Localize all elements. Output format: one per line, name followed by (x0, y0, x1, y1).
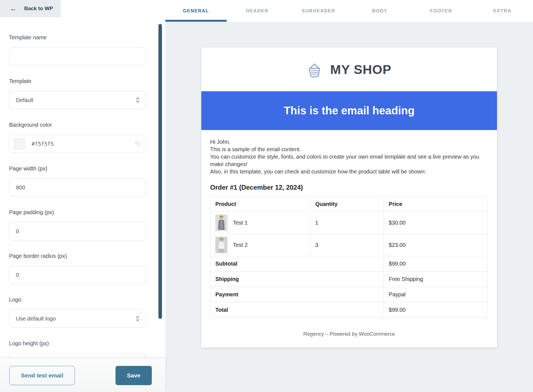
logo-height-label: Logo height (px) (9, 340, 155, 347)
template-select-value: Default (16, 97, 33, 103)
body-line: Also, in this template, you can check an… (210, 168, 488, 175)
summary-label: Payment (210, 287, 384, 302)
shop-name: MY SHOP (330, 62, 392, 77)
field-template-name: Template name (9, 34, 155, 65)
chevron-updown-icon (136, 97, 140, 103)
page-border-radius-input[interactable] (16, 272, 139, 278)
summary-row: Subtotal $99.00 (210, 256, 488, 272)
tab-general[interactable]: GENERAL (165, 0, 227, 22)
settings-form: Template name Template Default Backgroun… (0, 17, 155, 371)
field-template: Template Default (9, 78, 155, 109)
back-to-wp-button[interactable]: ← Back to WP (0, 0, 61, 17)
template-label: Template (9, 78, 155, 84)
table-header-row: Product Quantity Price (210, 197, 488, 212)
summary-label: Total (210, 302, 384, 318)
product-image-test-1 (215, 214, 227, 231)
summary-value: Paypal (384, 287, 488, 302)
sidebar-scrollbar[interactable] (158, 24, 162, 319)
app-window: ← Back to WP Template name Template Defa… (0, 0, 533, 392)
background-color-value: #f5f5f5 (32, 141, 54, 147)
chevron-updown-icon (136, 315, 140, 322)
field-page-padding: Page padding (px) (9, 209, 155, 240)
sidebar-footer: Send test email Save (0, 359, 165, 392)
product-price: $23.00 (384, 234, 488, 256)
order-table: Product Quantity Price (210, 196, 488, 318)
product-image-test-2 (215, 237, 227, 253)
field-background-color: Background color #f5f5f5 (9, 122, 155, 153)
product-price: $30.00 (384, 212, 488, 234)
page-padding-label: Page padding (px) (9, 209, 155, 216)
col-header-product: Product (210, 197, 310, 212)
logo-select-value: Use default logo (16, 316, 56, 322)
field-page-width: Page width (px) (9, 165, 155, 197)
back-to-wp-label: Back to WP (24, 5, 53, 12)
summary-label: Shipping (210, 272, 384, 287)
page-width-label: Page width (px) (9, 165, 155, 172)
page-width-input[interactable] (16, 184, 139, 191)
field-logo: Logo Use default logo (9, 297, 155, 328)
product-name: Test 1 (233, 220, 248, 226)
template-name-label: Template name (9, 34, 155, 41)
email-preview-area: MY SHOP This is the email heading Hi Joh… (165, 22, 533, 392)
page-padding-input[interactable] (16, 228, 139, 234)
email-footer-text: Regency – Powered by WooCommerce (201, 331, 497, 337)
order-table-wrap: Product Quantity Price (201, 191, 497, 318)
tab-extra[interactable]: EXTRA (472, 0, 533, 22)
summary-label: Subtotal (210, 256, 384, 272)
background-color-label: Background color (9, 122, 155, 128)
body-line: Hi John, (210, 138, 488, 146)
page-border-radius-label: Page border radius (px) (9, 253, 155, 259)
color-swatch[interactable] (14, 138, 25, 150)
background-color-field[interactable]: #f5f5f5 (9, 135, 146, 153)
settings-sidebar: ← Back to WP Template name Template Defa… (0, 0, 165, 392)
section-tabs: GENERAL HEADER SUBHEADER BODY FOOTER EXT… (165, 0, 533, 22)
order-heading: Order #1 (December 12, 2024) (201, 175, 497, 191)
col-header-price: Price (384, 197, 488, 212)
email-preview-card: MY SHOP This is the email heading Hi Joh… (201, 48, 497, 347)
summary-value: $99.00 (384, 302, 488, 318)
back-arrow-icon: ← (10, 5, 17, 12)
table-row: Test 1 1 $30.00 (210, 212, 488, 234)
email-logo-row: MY SHOP (201, 48, 497, 91)
summary-row: Payment Paypal (210, 287, 488, 302)
summary-row: Shipping Free Shipping (210, 272, 488, 287)
main-area: GENERAL HEADER SUBHEADER BODY FOOTER EXT… (165, 0, 533, 392)
template-select[interactable]: Default (9, 91, 146, 109)
summary-row: Total $99.00 (210, 302, 488, 318)
email-heading-text: This is the email heading (284, 104, 415, 117)
shop-basket-icon (307, 62, 322, 78)
tab-subheader[interactable]: SUBHEADER (288, 0, 349, 22)
send-test-email-button[interactable]: Send test email (9, 366, 75, 385)
tab-footer[interactable]: FOOTER (410, 0, 472, 22)
logo-select[interactable]: Use default logo (9, 310, 146, 328)
template-name-input[interactable] (16, 53, 139, 60)
email-body-text: Hi John, This is a sample of the email c… (201, 130, 497, 175)
logo-label: Logo (9, 297, 155, 303)
table-row: Test 2 3 $23.00 (210, 234, 488, 256)
col-header-quantity: Quantity (310, 197, 384, 212)
tab-header[interactable]: HEADER (227, 0, 288, 22)
product-quantity: 1 (310, 212, 384, 234)
body-line: This is a sample of the email content. (210, 146, 488, 153)
product-quantity: 3 (310, 234, 384, 256)
body-line: You can customize the style, fonts, and … (210, 153, 488, 168)
product-name: Test 2 (233, 242, 248, 248)
reset-color-icon[interactable] (135, 141, 141, 147)
save-button[interactable]: Save (116, 366, 152, 385)
summary-value: $99.00 (384, 256, 488, 272)
email-heading-banner: This is the email heading (201, 91, 497, 130)
field-page-border-radius: Page border radius (px) (9, 253, 155, 284)
tab-body[interactable]: BODY (349, 0, 410, 22)
summary-value: Free Shipping (384, 272, 488, 287)
